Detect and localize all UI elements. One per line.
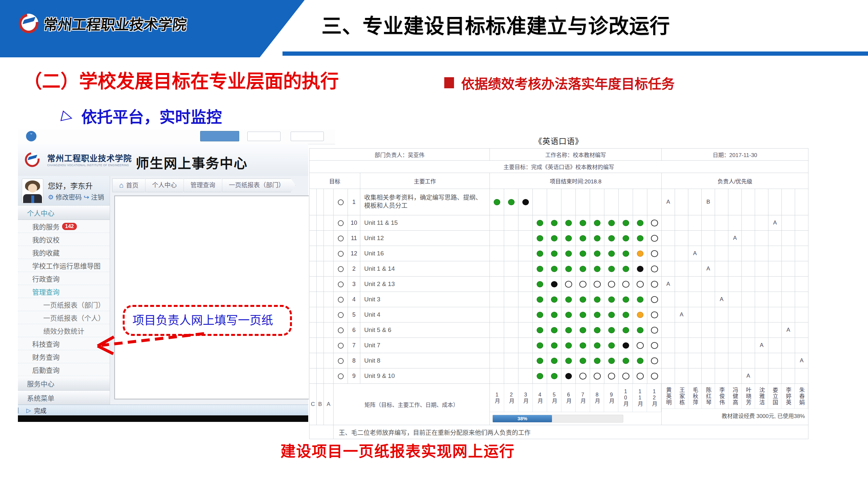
- priority-cell: A: [688, 246, 702, 261]
- priority-cell: [755, 277, 768, 292]
- month-status-cell: [547, 246, 561, 261]
- sidebar-item[interactable]: 我的服务142: [18, 220, 110, 233]
- status-dot-icon: [565, 342, 572, 349]
- change-password-link[interactable]: 修改密码: [56, 192, 82, 202]
- task-radio[interactable]: [334, 322, 348, 338]
- status-dot-icon: [551, 312, 558, 318]
- task-radio[interactable]: [334, 261, 348, 277]
- status-dot-icon: [565, 220, 572, 226]
- priority-cell: [715, 338, 728, 353]
- priority-cell: [768, 231, 782, 246]
- task-radio[interactable]: [334, 231, 348, 246]
- month-status-cell: [576, 277, 590, 292]
- portal-logo: 常州工程职业技术学院 CHANGZHOU VOCATIONAL INSTITUT…: [24, 152, 132, 173]
- month-status-cell: [604, 307, 619, 322]
- status-dot-icon: [537, 312, 543, 318]
- task-row: 3Unit 2 & 13A: [310, 277, 808, 292]
- month-status-cell: [647, 246, 662, 261]
- task-number: 10: [348, 215, 360, 231]
- priority-cell: [795, 322, 808, 338]
- month-status-cell: [561, 369, 576, 384]
- sidebar-item[interactable]: 后勤查询: [18, 363, 110, 376]
- task-radio[interactable]: [334, 215, 348, 231]
- breadcrumb-item[interactable]: ⌂首页: [112, 178, 150, 192]
- status-dot-icon: [551, 235, 558, 241]
- sidebar-item[interactable]: 一页纸报表（部门）: [18, 298, 110, 311]
- month-status-cell: [619, 261, 633, 277]
- priority-cell: [782, 307, 795, 322]
- task-radio[interactable]: [334, 369, 348, 384]
- month-status-cell: [490, 353, 504, 369]
- task-radio[interactable]: [334, 246, 348, 261]
- priority-cell: [688, 292, 702, 307]
- month-status-cell: [504, 261, 519, 277]
- sidebar-item[interactable]: 服务中心: [18, 376, 110, 391]
- month-status-cell: [576, 292, 590, 307]
- priority-cell: [702, 246, 715, 261]
- month-status-cell: [504, 215, 519, 231]
- priority-cell: [742, 189, 755, 215]
- month-status-cell: [633, 292, 647, 307]
- task-radio[interactable]: [334, 277, 348, 292]
- sidebar-item[interactable]: 我的收藏: [18, 246, 110, 259]
- browser-icon[interactable]: ˇ: [26, 131, 36, 141]
- sidebar-item[interactable]: 系统菜单: [18, 391, 110, 405]
- breadcrumb-item[interactable]: 管理查询: [184, 178, 226, 192]
- task-name: Unit 11 & 15: [360, 215, 490, 231]
- logout-link[interactable]: 注销: [91, 192, 104, 202]
- task-radio[interactable]: [334, 189, 348, 215]
- task-radio[interactable]: [334, 353, 348, 369]
- sidebar-item[interactable]: 管理查询: [18, 285, 110, 298]
- breadcrumb-item[interactable]: 一页纸报表（部门）: [222, 178, 296, 192]
- matrix-label: 矩阵（目标、主要工作、日期、成本）: [334, 384, 490, 425]
- sidebar-item[interactable]: 我的议校: [18, 233, 110, 246]
- month-status-cell: [547, 277, 561, 292]
- priority-cell: [728, 277, 742, 292]
- status-dot-icon: [594, 220, 600, 226]
- month-status-cell: [633, 246, 647, 261]
- status-dot-icon: [637, 342, 644, 349]
- priority-cell: [782, 369, 795, 384]
- month-status-cell: [590, 246, 604, 261]
- task-radio[interactable]: [334, 292, 348, 307]
- progress-fill: 38%: [493, 415, 552, 422]
- priority-cell: [675, 215, 688, 231]
- member-name: 叶晓芳: [742, 384, 755, 409]
- month-status-cell: [519, 353, 533, 369]
- status-dot-icon: [608, 235, 615, 241]
- status-text: 完成: [34, 406, 46, 415]
- breadcrumb-item[interactable]: 个人中心: [145, 178, 188, 192]
- priority-cell: [795, 215, 808, 231]
- priority-cell: [782, 231, 795, 246]
- priority-cell: [742, 261, 755, 277]
- presentation-slide: 常州工程职业技术学院 三、专业建设目标标准建立与诊改运行 （二）学校发展目标在专…: [0, 0, 868, 489]
- task-radio[interactable]: [334, 307, 348, 322]
- chrome-primary-button[interactable]: [200, 131, 239, 141]
- task-radio[interactable]: [334, 338, 348, 353]
- sidebar-item[interactable]: 个人中心: [18, 206, 110, 220]
- task-number: 3: [348, 277, 360, 292]
- month-status-cell: [561, 189, 576, 215]
- month-status-cell: [576, 338, 590, 353]
- month-status-cell: [590, 277, 604, 292]
- fee-note: 教材建设经费 3000元, 已使用38%: [662, 409, 808, 420]
- month-status-cell: [561, 307, 576, 322]
- month-status-cell: [504, 307, 519, 322]
- status-dot-icon: [579, 281, 587, 288]
- status-dot-icon: [551, 358, 558, 364]
- chrome-button[interactable]: [247, 132, 281, 141]
- sidebar-item-label: 财务查询: [32, 352, 60, 362]
- notification-badge: 142: [62, 223, 77, 230]
- status-dot-icon: [637, 327, 644, 333]
- sidebar-item[interactable]: 学校工作运行思维导图: [18, 259, 110, 272]
- sidebar-item[interactable]: 行政查询: [18, 272, 110, 285]
- priority-cell: [688, 338, 702, 353]
- portal-header: 常州工程职业技术学院 CHANGZHOU VOCATIONAL INSTITUT…: [18, 144, 308, 176]
- month-status-cell: [633, 353, 647, 369]
- task-number: 4: [348, 292, 360, 307]
- month-status-cell: [547, 307, 561, 322]
- month-status-cell: [619, 322, 633, 338]
- priority-cell: [688, 369, 702, 384]
- month-status-cell: [633, 215, 647, 231]
- sidebar-item[interactable]: 一页纸报表（个人）: [18, 311, 110, 324]
